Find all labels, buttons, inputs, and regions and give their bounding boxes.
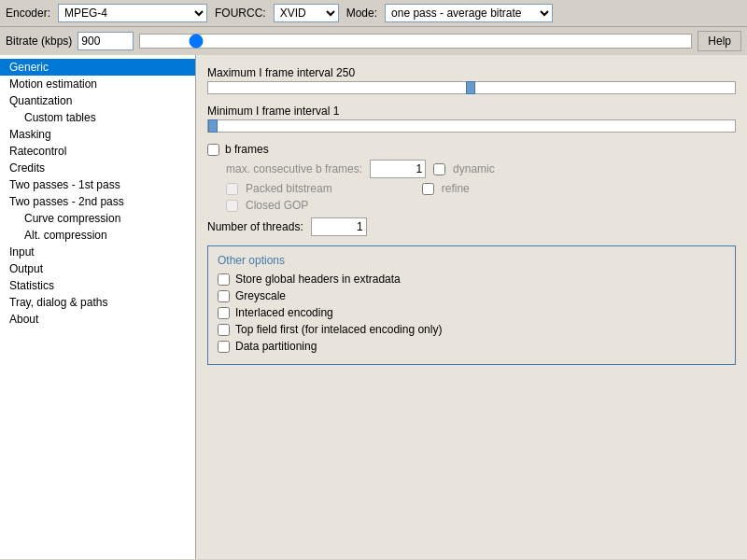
mode-label: Mode:: [346, 7, 377, 20]
store-global-checkbox[interactable]: [218, 273, 230, 286]
interlaced-checkbox[interactable]: [218, 307, 230, 319]
top-bar: Encoder: MPEG-4 FOURCC: XVID Mode: one p…: [0, 0, 747, 27]
sidebar-item-two-passes-2[interactable]: Two passes - 2nd pass: [0, 193, 195, 210]
b-frames-row: b frames: [207, 143, 736, 156]
sidebar-item-about[interactable]: About: [0, 311, 195, 328]
threads-input[interactable]: [311, 217, 367, 236]
min-i-frame-slider[interactable]: [207, 119, 736, 133]
sidebar-item-quantization[interactable]: Quantization: [0, 92, 195, 109]
max-consec-label: max. consecutive b frames:: [226, 162, 362, 175]
sidebar-item-masking[interactable]: Masking: [0, 126, 195, 143]
sidebar-item-statistics[interactable]: Statistics: [0, 277, 195, 294]
encoder-label: Encoder:: [6, 7, 50, 20]
data-partition-checkbox[interactable]: [218, 341, 230, 353]
bitrate-bar: Bitrate (kbps) Help: [0, 27, 747, 55]
option-store-global: Store global headers in extradata: [218, 273, 726, 286]
sidebar-item-motion-estimation[interactable]: Motion estimation: [0, 76, 195, 92]
sidebar-item-credits[interactable]: Credits: [0, 160, 195, 176]
max-consec-input[interactable]: [370, 160, 426, 178]
sidebar-item-generic[interactable]: Generic: [0, 59, 195, 76]
greyscale-checkbox[interactable]: [218, 290, 230, 302]
option-greyscale: Greyscale: [218, 289, 726, 302]
b-frames-label: b frames: [225, 143, 269, 156]
sidebar-item-two-passes-1[interactable]: Two passes - 1st pass: [0, 176, 195, 193]
interlaced-label: Interlaced encoding: [235, 306, 333, 319]
sidebar-item-curve-compression[interactable]: Curve compression: [0, 210, 195, 227]
refine-checkbox[interactable]: [422, 183, 434, 195]
sidebar-item-output[interactable]: Output: [0, 260, 195, 277]
sidebar-item-alt-compression[interactable]: Alt. compression: [0, 227, 195, 244]
max-i-frame-slider[interactable]: [207, 81, 736, 94]
closed-gop-label: Closed GOP: [246, 199, 308, 212]
option-data-partition: Data partitioning: [218, 340, 726, 353]
packed-label: Packed bitstream: [246, 182, 332, 195]
b-frames-options: max. consecutive b frames: dynamic Packe…: [226, 160, 736, 212]
fourcc-label: FOURCC:: [215, 7, 266, 20]
main-container: Generic Motion estimation Quantization C…: [0, 55, 747, 559]
option-top-field: Top field first (for intelaced encoding …: [218, 323, 726, 336]
max-consec-row: max. consecutive b frames: dynamic: [226, 160, 736, 178]
closed-gop-row: Closed GOP: [226, 199, 736, 212]
bitrate-label: Bitrate (kbps): [6, 35, 72, 48]
dynamic-checkbox[interactable]: [433, 163, 445, 175]
sidebar-item-ratecontrol[interactable]: Ratecontrol: [0, 143, 195, 160]
threads-row: Number of threads:: [207, 217, 736, 236]
store-global-label: Store global headers in extradata: [235, 273, 401, 286]
sidebar-item-tray[interactable]: Tray, dialog & paths: [0, 294, 195, 311]
min-i-frame-label: Minimum I frame interval 1: [207, 105, 736, 118]
max-i-frame-label: Maximum I frame interval 250: [207, 66, 736, 79]
top-field-checkbox[interactable]: [218, 324, 230, 336]
sidebar-item-input[interactable]: Input: [0, 244, 195, 260]
closed-gop-checkbox[interactable]: [226, 200, 238, 212]
other-options-title: Other options: [218, 254, 726, 267]
other-options-box: Other options Store global headers in ex…: [207, 245, 736, 365]
fourcc-select[interactable]: XVID: [274, 4, 339, 22]
data-partition-label: Data partitioning: [235, 340, 317, 353]
top-field-label: Top field first (for intelaced encoding …: [235, 323, 442, 336]
bitrate-input[interactable]: [78, 32, 134, 50]
option-interlaced: Interlaced encoding: [218, 306, 726, 319]
min-i-frame-container: Minimum I frame interval 1: [207, 105, 736, 135]
sidebar: Generic Motion estimation Quantization C…: [0, 55, 196, 559]
threads-label: Number of threads:: [207, 220, 303, 233]
packed-checkbox[interactable]: [226, 183, 238, 195]
dynamic-label: dynamic: [453, 162, 495, 175]
encoder-select[interactable]: MPEG-4: [58, 4, 207, 22]
help-button[interactable]: Help: [698, 31, 741, 51]
content-area: Maximum I frame interval 250 Minimum I f…: [196, 55, 747, 559]
packed-row: Packed bitstream refine: [226, 182, 736, 195]
sidebar-item-custom-tables[interactable]: Custom tables: [0, 109, 195, 126]
max-i-frame-container: Maximum I frame interval 250: [207, 66, 736, 97]
mode-select[interactable]: one pass - average bitrate: [385, 4, 553, 22]
bitrate-slider[interactable]: [139, 34, 692, 49]
b-frames-checkbox[interactable]: [207, 144, 219, 156]
b-frames-section: b frames max. consecutive b frames: dyna…: [207, 143, 736, 212]
refine-label: refine: [442, 182, 470, 195]
greyscale-label: Greyscale: [235, 289, 286, 302]
